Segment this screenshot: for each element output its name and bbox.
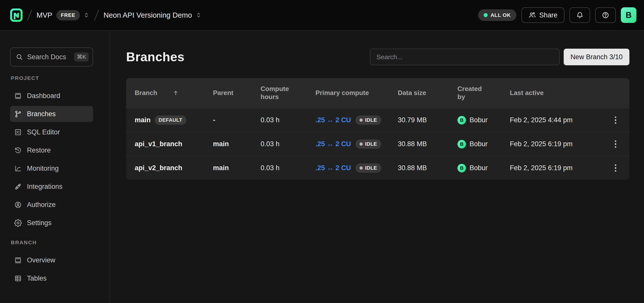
- sidebar-item-overview[interactable]: Overview: [10, 252, 93, 268]
- parent-cell: main: [213, 140, 261, 148]
- sidebar-item-sql-editor[interactable]: SQL Editor: [10, 124, 93, 140]
- branch-name: main: [135, 116, 151, 124]
- bell-icon: [576, 11, 584, 19]
- sidebar-item-label: SQL Editor: [27, 128, 60, 136]
- status-dot-icon: [484, 13, 488, 17]
- sidebar-section-title-project: PROJECT: [11, 75, 110, 81]
- new-branch-button[interactable]: New Branch 3/10: [564, 49, 629, 65]
- table-header-row: Branch Parent Compute hours Primary comp…: [126, 78, 629, 108]
- compute-state-label: IDLE: [365, 165, 377, 171]
- created-by-cell: BBobur: [457, 164, 510, 172]
- status-badge[interactable]: ALL OK: [478, 9, 516, 21]
- sidebar-item-settings[interactable]: Settings: [10, 215, 93, 231]
- parent-cell: -: [213, 116, 261, 124]
- primary-compute-cell: .25 ↔ 2 CUIDLE: [315, 139, 398, 149]
- restore-icon: [14, 146, 22, 154]
- creator-name: Bobur: [470, 116, 488, 124]
- project-selector-chevron-icon[interactable]: [195, 12, 202, 18]
- column-header-created-by[interactable]: Created by: [457, 85, 510, 101]
- primary-compute-cell: .25 ↔ 2 CUIDLE: [315, 115, 398, 125]
- column-header-last-active[interactable]: Last active: [510, 89, 610, 97]
- sidebar-item-label: Branches: [27, 110, 56, 118]
- created-by-cell: BBobur: [457, 116, 510, 125]
- search-docs-label: Search Docs: [27, 53, 70, 61]
- monitoring-icon: [14, 165, 22, 172]
- org-name[interactable]: MVP: [37, 11, 52, 19]
- compute-hours-cell: 0.03 h: [261, 140, 315, 148]
- sidebar-item-label: Tables: [27, 275, 47, 282]
- parent-branch-name: main: [213, 164, 229, 172]
- sidebar-item-restore[interactable]: Restore: [10, 142, 93, 158]
- sidebar-item-label: Overview: [27, 256, 55, 264]
- status-label: ALL OK: [490, 12, 511, 18]
- idle-dot-icon: [360, 118, 363, 122]
- branch-search-input[interactable]: [370, 49, 560, 65]
- help-icon: [602, 11, 609, 19]
- compute-size-range[interactable]: .25 ↔ 2 CU: [315, 116, 351, 124]
- creator-avatar: B: [457, 140, 466, 148]
- parent-cell: main: [213, 164, 261, 172]
- settings-icon: [14, 219, 22, 227]
- compute-state-badge: IDLE: [355, 163, 381, 173]
- neon-logo-icon[interactable]: [10, 8, 23, 22]
- creator-avatar: B: [457, 164, 466, 172]
- creator-name: Bobur: [470, 164, 488, 172]
- last-active-cell: Feb 2, 2025 4:44 pm: [510, 116, 610, 124]
- table-row-api-v1-branch[interactable]: api_v1_branchmain0.03 h.25 ↔ 2 CUIDLE30.…: [126, 132, 629, 156]
- table-row-api-v2-branch[interactable]: api_v2_branchmain0.03 h.25 ↔ 2 CUIDLE30.…: [126, 156, 629, 180]
- row-menu-button[interactable]: [610, 161, 621, 176]
- column-header-parent[interactable]: Parent: [213, 89, 261, 97]
- created-by-cell: BBobur: [457, 140, 510, 148]
- idle-dot-icon: [360, 166, 363, 170]
- branch-cell: mainDEFAULT: [135, 115, 213, 125]
- org-selector-chevron-icon[interactable]: [83, 12, 90, 18]
- compute-state-label: IDLE: [365, 117, 377, 123]
- branches-table: Branch Parent Compute hours Primary comp…: [126, 78, 629, 180]
- top-bar-actions: ALL OK Share: [478, 7, 636, 23]
- compute-state-label: IDLE: [365, 141, 377, 147]
- search-icon: [16, 53, 23, 61]
- table-row-main[interactable]: mainDEFAULT-0.03 h.25 ↔ 2 CUIDLE30.79 MB…: [126, 108, 629, 132]
- sidebar-item-branches[interactable]: Branches: [10, 106, 93, 122]
- breadcrumb-slash: [94, 10, 99, 21]
- share-button[interactable]: Share: [521, 7, 564, 23]
- sidebar-item-tables[interactable]: Tables: [10, 270, 93, 286]
- compute-size-range[interactable]: .25 ↔ 2 CU: [315, 140, 351, 148]
- compute-size-range[interactable]: .25 ↔ 2 CU: [315, 164, 351, 172]
- notifications-button[interactable]: [569, 7, 590, 23]
- search-docs-shortcut: ⌘K: [74, 52, 89, 62]
- compute-state-badge: IDLE: [355, 115, 381, 125]
- default-badge: DEFAULT: [155, 115, 186, 125]
- sidebar: Search Docs ⌘K PROJECTDashboardBranchesS…: [0, 31, 110, 303]
- parent-branch-name: -: [213, 116, 215, 124]
- help-button[interactable]: [595, 7, 616, 23]
- data-size-cell: 30.88 MB: [398, 140, 457, 148]
- row-menu-button[interactable]: [610, 113, 621, 128]
- sidebar-item-label: Settings: [27, 219, 52, 227]
- sidebar-item-label: Dashboard: [27, 92, 60, 100]
- sidebar-item-integrations[interactable]: Integrations: [10, 178, 93, 195]
- branch-cell: api_v1_branch: [135, 140, 213, 148]
- column-header-branch[interactable]: Branch: [135, 89, 213, 97]
- user-avatar[interactable]: B: [621, 7, 636, 23]
- sidebar-item-authorize[interactable]: Authorize: [10, 197, 93, 213]
- project-name[interactable]: Neon API Versioning Demo: [103, 11, 192, 19]
- users-icon: [528, 11, 536, 19]
- search-docs-button[interactable]: Search Docs ⌘K: [10, 47, 93, 67]
- authorize-icon: [14, 201, 22, 209]
- branch-name: api_v2_branch: [135, 164, 182, 172]
- branch-cell: api_v2_branch: [135, 164, 213, 172]
- sidebar-item-dashboard[interactable]: Dashboard: [10, 88, 93, 104]
- breadcrumb-slash: [27, 10, 32, 21]
- column-header-primary-compute[interactable]: Primary compute: [315, 89, 398, 97]
- column-header-data-size[interactable]: Data size: [398, 89, 457, 97]
- column-header-compute-hours[interactable]: Compute hours: [261, 85, 315, 101]
- overview-icon: [14, 256, 22, 264]
- sidebar-item-label: Integrations: [27, 183, 62, 191]
- sidebar-section-title-branch: BRANCH: [11, 239, 110, 246]
- plan-badge: FREE: [56, 10, 80, 20]
- sidebar-item-monitoring[interactable]: Monitoring: [10, 160, 93, 176]
- main-content: Branches New Branch 3/10 Branch Parent C…: [110, 31, 644, 303]
- data-size-cell: 30.79 MB: [398, 116, 457, 124]
- row-menu-button[interactable]: [610, 137, 621, 152]
